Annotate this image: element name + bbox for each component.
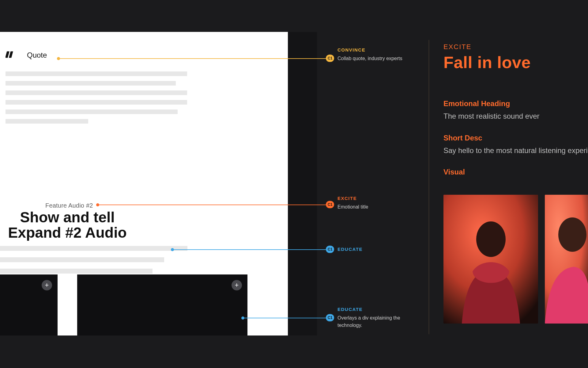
photo-placeholder-icon xyxy=(443,195,538,324)
placeholder-bar xyxy=(6,90,187,95)
annotation-badge-text: C1 xyxy=(328,316,332,320)
detail-block-label: Short Desc xyxy=(443,134,588,142)
placeholder-bar xyxy=(0,257,164,262)
annotation-line xyxy=(60,58,326,59)
annotation-desc: Emotional title xyxy=(337,204,368,209)
placeholder-bar xyxy=(6,81,176,86)
quote-icon xyxy=(6,51,15,59)
media-tile: + xyxy=(0,274,58,335)
annotation-tag: EXCITE xyxy=(337,195,411,202)
quote-label: Quote xyxy=(27,51,47,59)
detail-block-value: The most realistic sound ever xyxy=(443,111,588,121)
detail-block-value: Say hello to the most natural listening … xyxy=(443,145,588,156)
detail-block-label: Visual xyxy=(443,168,588,176)
placeholder-bar xyxy=(6,71,187,76)
visual-thumbnail[interactable] xyxy=(545,195,588,324)
expand-button[interactable]: + xyxy=(232,280,242,290)
photo-placeholder-icon xyxy=(545,195,588,324)
annotation-dot xyxy=(241,316,244,320)
annotation-badge-text: C1 xyxy=(328,56,332,60)
annotation-text: EXCITE Emotional title xyxy=(337,195,411,211)
annotation-text: CONVINCE Collab quote, industry experts xyxy=(337,47,411,62)
annotation-dot xyxy=(57,57,60,60)
annotation-line xyxy=(244,318,326,318)
svg-rect-0 xyxy=(6,52,9,58)
detail-block-label: Emotional Heading xyxy=(443,99,588,108)
annotation-badge-text: C1 xyxy=(328,247,332,251)
detail-panel: EXCITE Fall in love Emotional Heading Th… xyxy=(443,43,588,324)
svg-rect-1 xyxy=(9,52,13,58)
placeholder-bar xyxy=(6,109,178,114)
detail-block-visual: Visual xyxy=(443,168,588,176)
annotation-badge-text: C1 xyxy=(328,202,332,207)
annotation-badge: C1 xyxy=(326,246,334,253)
media-tile: + xyxy=(77,274,247,335)
feature-heading: Show and tell Expand #2 Audio xyxy=(6,210,129,241)
placeholder-bar xyxy=(6,119,88,124)
wireframe-gutter xyxy=(288,32,317,335)
quote-section-header: Quote xyxy=(6,51,47,59)
annotation-badge: C1 xyxy=(326,314,334,321)
annotation-badge: C1 xyxy=(326,201,334,208)
detail-visuals-row xyxy=(443,195,588,324)
annotation-desc: Collab quote, industry experts xyxy=(337,56,402,61)
detail-title: Fall in love xyxy=(443,53,588,72)
placeholder-bar xyxy=(6,100,187,105)
annotation-desc: Overlays a div explaining the technology… xyxy=(337,315,400,328)
annotation-line xyxy=(99,205,326,205)
feature-eyebrow: Feature Audio #2 xyxy=(45,202,93,209)
annotation-dot xyxy=(171,248,174,251)
annotation-tag: EDUCATE xyxy=(337,306,402,313)
visual-thumbnail[interactable] xyxy=(443,195,538,324)
annotation-tag: CONVINCE xyxy=(337,47,411,54)
wireframe-canvas: Quote Feature Audio #2 Show and tell Exp… xyxy=(0,32,288,335)
detail-block-emotional-heading: Emotional Heading The most realistic sou… xyxy=(443,99,588,121)
placeholder-bar xyxy=(0,269,153,274)
annotation-dot xyxy=(96,203,99,206)
placeholder-bar xyxy=(0,246,187,251)
annotation-text: EDUCATE Overlays a div explaining the te… xyxy=(337,306,402,329)
annotation-badge: C1 xyxy=(326,55,334,62)
detail-block-short-desc: Short Desc Say hello to the most natural… xyxy=(443,134,588,156)
expand-button[interactable]: + xyxy=(42,280,52,290)
svg-point-3 xyxy=(476,221,506,257)
panel-divider xyxy=(429,40,429,334)
annotation-tag: EDUCATE xyxy=(337,247,363,252)
annotation-text: EDUCATE xyxy=(337,246,411,253)
svg-point-5 xyxy=(558,217,586,252)
detail-eyebrow: EXCITE xyxy=(443,43,588,51)
annotation-line xyxy=(174,249,326,250)
